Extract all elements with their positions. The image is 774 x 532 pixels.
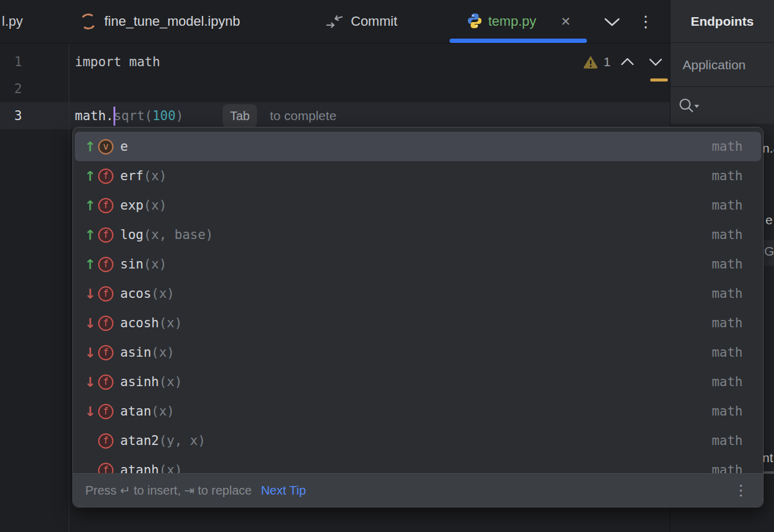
completion-name: log [120,227,144,242]
chevron-down-icon[interactable] [603,17,621,28]
completion-item[interactable]: ↑ v e math [75,132,761,161]
tab-notebook-file[interactable]: fine_tune_model.ipynb [104,0,240,43]
line-number: 2 [0,75,22,102]
tab-partial-file[interactable]: l.py [2,0,23,43]
completion-name: asin [120,345,151,360]
completion-list: ↑ v e math ↑ f erf (x) math ↑ f exp (x) … [73,127,763,473]
sort-direction-arrow-icon: ↓ [82,404,98,419]
completion-params: (y, x) [159,433,205,448]
tab-active-file[interactable]: temp.py [488,0,536,43]
symbol-kind-icon: f [98,257,113,272]
completion-item[interactable]: f atan2 (y, x) math [75,426,761,455]
endpoints-search-row[interactable] [670,87,774,124]
completion-origin: math [711,433,743,448]
symbol-kind-icon: f [98,286,113,302]
completion-popup-footer: Press ↵ to insert, ⇥ to replace Next Tip… [73,473,763,507]
completion-name: exp [120,198,144,213]
close-tab-icon[interactable]: ✕ [561,0,571,43]
completion-item[interactable]: ↓ f asin (x) math [75,338,761,367]
completion-name: atan2 [120,433,159,448]
editor-tab-bar: l.py fine_tune_model.ipynb Commit temp.p… [0,0,774,43]
symbol-kind-icon: f [98,404,113,419]
ghost-completion-number: 100 [152,108,175,123]
sort-direction-arrow-icon: ↓ [82,374,98,390]
sort-direction-arrow-icon: ↑ [82,227,98,243]
completion-name: sin [120,257,144,272]
loading-spinner-icon [79,12,97,30]
next-tip-link[interactable]: Next Tip [261,484,305,498]
completion-origin: math [711,257,743,272]
symbol-kind-icon: v [98,139,113,154]
completion-item[interactable]: ↑ f sin (x) math [75,249,761,279]
tab-commit[interactable]: Commit [351,0,397,43]
completion-name: asinh [120,374,159,389]
completion-item[interactable]: ↓ f atan (x) math [75,397,761,426]
completion-name: acos [120,286,151,301]
code-completion-popup: ↑ v e math ↑ f erf (x) math ↑ f exp (x) … [72,127,764,507]
completion-origin: math [711,227,743,242]
completion-origin: math [711,404,743,419]
completion-params: (x) [144,198,167,213]
completion-name: acosh [120,316,159,330]
tab-key-badge: Tab [223,104,257,127]
occluded-text-fragment: n.a [762,141,774,156]
footer-hint-text: Press ↵ to insert, ⇥ to replace [85,483,251,498]
commit-icon [326,13,344,30]
sort-direction-arrow-icon: ↓ [82,345,98,360]
sort-direction-arrow-icon: ↑ [82,169,98,184]
symbol-kind-icon: f [98,463,113,474]
completion-origin: math [711,463,743,473]
next-issue-chevron-icon[interactable] [648,56,664,67]
sort-direction-arrow-icon: ↑ [82,139,98,154]
symbol-kind-icon: f [98,316,113,331]
symbol-kind-icon: f [98,345,113,360]
completion-origin: math [711,345,743,360]
search-icon[interactable] [678,97,702,115]
line-number: 3 [0,102,22,129]
warning-icon [583,55,599,69]
ghost-completion-text: sqrt( [113,108,152,123]
symbol-kind-icon: f [98,374,113,390]
completion-item[interactable]: ↓ f acos (x) math [75,279,761,308]
completion-params: (x) [159,374,182,389]
prev-issue-chevron-icon[interactable] [619,56,635,67]
completion-item[interactable]: ↓ f acosh (x) math [75,308,761,338]
completion-item[interactable]: ↑ f erf (x) math [75,161,761,191]
completion-item[interactable]: ↑ f log (x, base) math [75,220,761,249]
footer-more-options-icon[interactable]: ⋮ [734,482,748,499]
endpoints-panel-header[interactable]: Endpoints [670,0,774,43]
completion-name: erf [120,169,144,183]
completion-origin: math [711,316,743,330]
endpoints-section-application[interactable]: Application [670,43,774,87]
completion-origin: math [711,169,743,183]
completion-item[interactable]: f atanh (x) math [75,455,761,473]
completion-name: atanh [120,463,159,473]
code-line-3: math.sqrt(100) [75,102,183,129]
completion-params: (x) [144,257,167,272]
warning-count: 1 [603,55,611,69]
sort-direction-arrow-icon: ↓ [82,316,98,331]
completion-params: (x) [151,345,175,360]
completion-item[interactable]: ↓ f asinh (x) math [75,367,761,397]
endpoints-title: Endpoints [691,14,754,29]
line-number: 1 [0,48,22,75]
occluded-text-fragment: G [764,244,774,259]
gutter-separator [69,44,69,532]
completion-name: e [120,139,128,154]
more-options-icon[interactable]: ⋮ [638,0,654,43]
completion-origin: math [711,286,743,301]
completion-origin: math [711,374,743,389]
symbol-kind-icon: f [98,227,113,243]
completion-params: (x) [159,316,182,330]
completion-origin: math [711,198,743,213]
inspections-widget[interactable]: 1 [583,55,664,69]
completion-params: (x) [144,169,167,183]
python-icon [466,12,483,29]
sort-direction-arrow-icon: ↓ [82,286,98,302]
completion-item[interactable]: ↑ f exp (x) math [75,191,761,220]
sort-direction-arrow-icon: ↑ [82,198,98,213]
symbol-kind-icon: f [98,433,113,449]
completion-params: (x) [159,463,182,473]
application-label: Application [683,58,746,72]
occluded-text-fragment: nt [762,450,773,465]
